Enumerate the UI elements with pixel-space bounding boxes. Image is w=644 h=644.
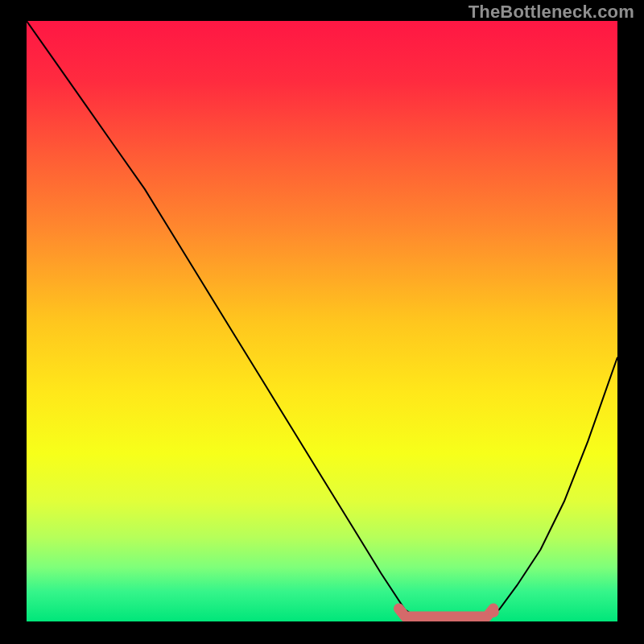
optimal-point-dot [488,606,499,617]
watermark-label: TheBottleneck.com [469,2,634,23]
plot-background-gradient [27,21,617,621]
chart-stage: TheBottleneck.com [0,0,644,644]
bottleneck-chart [0,0,644,644]
